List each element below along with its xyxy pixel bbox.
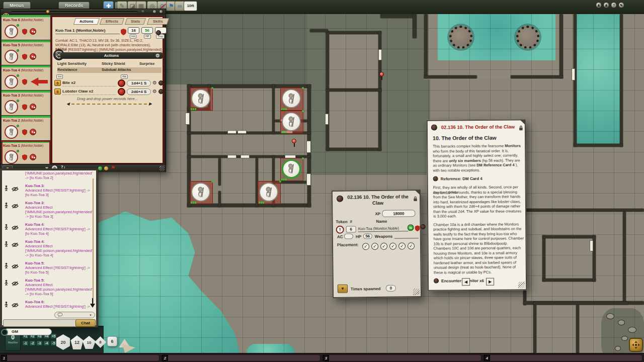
- placement-check-icon[interactable]: ✓: [408, 242, 415, 249]
- ac-field[interactable]: [344, 233, 353, 239]
- map-token[interactable]: [280, 87, 303, 111]
- lock-icon[interactable]: [413, 195, 418, 204]
- entry-token[interactable]: [5, 125, 18, 139]
- npc-name[interactable]: Kuo-Toa (Monitor,Noble): [358, 226, 399, 231]
- gear-icon[interactable]: ⚙: [152, 79, 157, 86]
- tracker-entry[interactable]: Kuo-Toa 3 (Monitor,Noble): [2, 90, 50, 115]
- tracker-entry[interactable]: Kuo-Toa 6 (Monitor,Noble): [2, 15, 50, 40]
- hotkey-slot[interactable]: [162, 354, 320, 361]
- trait-label[interactable]: Subdual Attacks: [102, 67, 131, 73]
- edit-icon[interactable]: ✎: [618, 2, 624, 8]
- xp-value[interactable]: 18000: [382, 210, 415, 217]
- hp-field[interactable]: 56: [363, 233, 372, 239]
- map-token[interactable]: [190, 181, 213, 204]
- entry-token[interactable]: [5, 75, 18, 88]
- npc-token[interactable]: [336, 226, 344, 234]
- map-pan-button[interactable]: [629, 338, 643, 352]
- wound-icon[interactable]: [30, 28, 36, 35]
- red-flag-icon[interactable]: ⚑: [111, 165, 115, 170]
- modifier-minus-button[interactable]: -4: [43, 340, 50, 346]
- trait-label[interactable]: Surprise: [139, 61, 154, 67]
- placement-check-icon[interactable]: ✓: [371, 243, 378, 250]
- radio-button[interactable]: [158, 80, 164, 85]
- uses-counter[interactable]: 0: [54, 88, 61, 95]
- power-name[interactable]: Bite x2: [62, 80, 116, 86]
- init-field[interactable]: 16: [128, 27, 139, 34]
- modifier-minus-button[interactable]: -3: [36, 340, 43, 346]
- lock-icon[interactable]: [519, 124, 523, 133]
- id-badge[interactable]: ID: [408, 224, 414, 231]
- placement-check-icon[interactable]: ✓: [389, 243, 396, 250]
- times-spawned-value[interactable]: 0: [386, 285, 396, 292]
- prev-page-button[interactable]: ◀: [462, 278, 470, 286]
- scroll-down-arrow-icon[interactable]: [90, 298, 96, 310]
- chat-log[interactable]: Kuo-Toa 2:Advanced Effect ['IMMUNE:poiso…: [4, 172, 93, 309]
- wound-icon[interactable]: [30, 154, 36, 160]
- attack-roll-button[interactable]: [118, 88, 125, 96]
- entry-token[interactable]: [5, 100, 18, 114]
- player-view-icon[interactable]: ♟: [596, 2, 602, 8]
- entry-token[interactable]: [5, 150, 18, 164]
- trait-label[interactable]: Resistance: [57, 67, 102, 73]
- reference-link[interactable]: Reference: DM Card 4: [433, 175, 524, 181]
- radio-button[interactable]: [156, 30, 161, 35]
- map-pin[interactable]: [379, 72, 384, 76]
- tracker-entry-selected[interactable]: Kuo-Toa 1 (Monitor,Noble): [2, 141, 50, 165]
- hotkey-slot[interactable]: [1, 354, 159, 361]
- modifier-minus-button[interactable]: -5: [50, 340, 57, 346]
- wound-icon[interactable]: [30, 129, 36, 135]
- encounter-link[interactable]: Encounter: Monitor x6: [434, 278, 524, 283]
- chat-mode-dropdown[interactable]: ▼: [54, 312, 95, 318]
- damage-roll-button[interactable]: 1d4+1 S: [127, 80, 151, 86]
- actions-section-header[interactable]: Actions⚙: [60, 52, 163, 59]
- entry-token[interactable]: [5, 50, 18, 63]
- gm-identity-tab[interactable]: GM: [4, 328, 52, 335]
- gear-icon[interactable]: ⚙: [155, 52, 160, 59]
- wound-icon[interactable]: [30, 53, 36, 60]
- window-menu-button[interactable]: [431, 125, 437, 131]
- radio-button[interactable]: [158, 89, 164, 94]
- d6-die[interactable]: 6: [107, 336, 117, 346]
- modifier-minus-button[interactable]: -1: [22, 340, 29, 346]
- uses-counter[interactable]: 0: [54, 80, 61, 86]
- modifier-ring-button[interactable]: [1, 329, 8, 336]
- knob-icon[interactable]: [152, 10, 156, 14]
- power-name[interactable]: Lobster Claw x2: [62, 88, 116, 95]
- next-page-button[interactable]: ▶: [486, 278, 494, 286]
- placement-check-icon[interactable]: ✓: [380, 243, 387, 250]
- tab-effects[interactable]: Effects: [100, 18, 124, 25]
- trait-label[interactable]: Sticky Shield: [102, 61, 139, 67]
- radio-button[interactable]: [421, 224, 426, 229]
- map-token[interactable]: [280, 111, 303, 134]
- resize-handle[interactable]: [413, 289, 420, 295]
- damage-roll-button[interactable]: 2d6+4 S: [127, 88, 151, 95]
- hotkey-slot[interactable]: [323, 354, 481, 361]
- spawn-icon[interactable]: ▼: [338, 285, 348, 293]
- resize-handle[interactable]: [518, 282, 525, 288]
- tab-actions[interactable]: Actions: [73, 18, 100, 25]
- attack-roll-button[interactable]: [118, 79, 125, 87]
- hp-field[interactable]: 56: [141, 27, 153, 34]
- npc-count-field[interactable]: 6: [346, 226, 356, 232]
- placement-check-icon[interactable]: ✓: [398, 242, 406, 249]
- placement-check-icon[interactable]: ✓: [362, 243, 369, 250]
- resize-handle[interactable]: [159, 166, 165, 171]
- gold-status-dot[interactable]: [104, 166, 108, 170]
- character-icon[interactable]: ♟: [603, 2, 609, 8]
- tab-stats[interactable]: Stats: [125, 18, 146, 25]
- hotkey-slot[interactable]: [484, 354, 642, 361]
- chat-scrollbar[interactable]: [93, 178, 94, 303]
- slider-knob[interactable]: [46, 10, 50, 14]
- map-token[interactable]: [190, 87, 213, 111]
- map-pin[interactable]: [292, 139, 296, 143]
- tracker-entry[interactable]: Kuo-Toa 5 (Monitor,Noble): [2, 40, 50, 65]
- knob-icon[interactable]: [159, 10, 163, 14]
- tracker-entry-active-turn[interactable]: Kuo-Toa 4 (Monitor,Noble): [2, 65, 50, 90]
- grip-icon[interactable]: ≡: [141, 9, 144, 14]
- help-icon[interactable]: ?: [611, 2, 617, 8]
- green-status-dot[interactable]: [98, 166, 102, 170]
- tracker-entry[interactable]: Kuo-Toa 2 (Monitor,Noble): [2, 116, 50, 140]
- gear-icon[interactable]: ⚙: [152, 88, 157, 95]
- map-token-active[interactable]: [280, 158, 303, 181]
- modifier-minus-button[interactable]: -2: [29, 340, 36, 346]
